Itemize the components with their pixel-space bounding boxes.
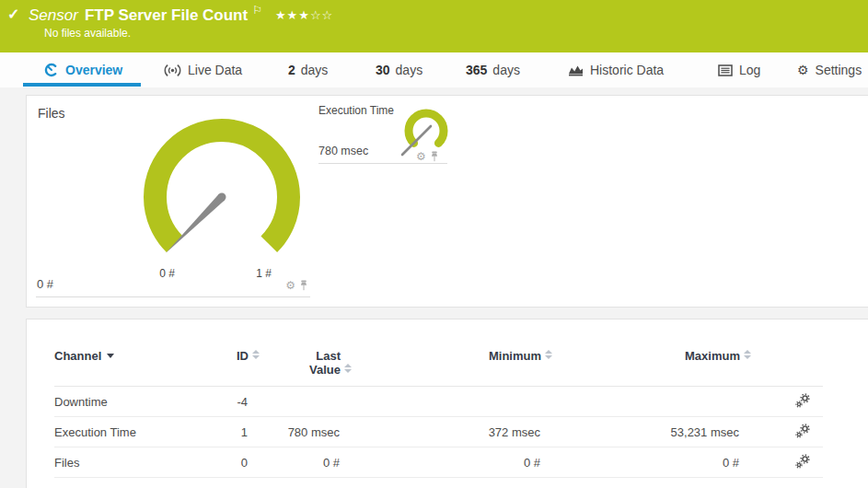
sort-icon	[545, 350, 552, 359]
column-header-id[interactable]: ID	[215, 345, 260, 387]
channel-minimum	[352, 387, 552, 417]
tab-log[interactable]: Log	[718, 52, 760, 87]
channel-last-value	[260, 387, 352, 417]
object-kind-label: Sensor	[29, 6, 78, 24]
tab-log-label: Log	[739, 63, 760, 77]
tab-historic-data[interactable]: Historic Data	[568, 52, 664, 87]
tab-2-days-number: 2	[288, 63, 295, 77]
tab-live-data[interactable]: Live Data	[164, 52, 242, 87]
channel-minimum: 372 msec	[352, 417, 552, 447]
channel-minimum: 0 #	[352, 447, 552, 478]
column-header-maximum[interactable]: Maximum	[552, 345, 751, 387]
star-empty-icons[interactable]: ☆☆	[310, 8, 333, 22]
tab-2-days-unit: days	[301, 63, 329, 77]
channel-last-value: 0 #	[260, 447, 352, 478]
column-header-id-label: ID	[237, 349, 249, 363]
status-up-check-icon: ✓	[7, 6, 19, 23]
execution-time-gauge-widget: Execution Time 780 msec ⚙	[318, 102, 447, 164]
active-tab-underline	[23, 83, 141, 87]
sort-icon	[744, 350, 751, 359]
tab-historic-data-label: Historic Data	[590, 63, 664, 77]
column-header-maximum-label: Maximum	[685, 349, 740, 363]
channel-maximum: 53,231 msec	[552, 417, 751, 447]
sort-icon	[252, 350, 260, 359]
gauges-panel: Files 0 # 1 # 0 # ⚙ Execution Time	[26, 95, 868, 308]
channel-maximum: 0 #	[552, 447, 751, 478]
tab-365-days[interactable]: 365 days	[466, 52, 520, 87]
sensor-status-header: ✓ SensorFTP Server File Count⚐★★★☆☆ No f…	[0, 0, 868, 52]
channels-table: Channel ID Last Value Minimum Maximum	[54, 345, 823, 478]
channels-panel: Channel ID Last Value Minimum Maximum	[26, 319, 868, 488]
files-gauge	[134, 117, 309, 281]
table-header-row: Channel ID Last Value Minimum Maximum	[54, 345, 823, 387]
flag-icon[interactable]: ⚐	[252, 4, 262, 17]
files-current-value: 0 #	[37, 277, 53, 291]
gear-icon: ⚙	[797, 63, 809, 77]
channel-id: 0	[215, 447, 260, 478]
sensor-status-message: No files available.	[44, 27, 131, 40]
tab-bar: Overview Live Data 2 days 30 days 365 da…	[0, 52, 868, 87]
gear-icon[interactable]: ⚙	[285, 280, 295, 291]
table-row-downtime: Downtime -4	[54, 387, 823, 417]
table-row-execution-time: Execution Time 1 780 msec 372 msec 53,23…	[54, 417, 823, 447]
column-header-minimum-label: Minimum	[489, 349, 541, 363]
pin-icon[interactable]	[299, 280, 308, 291]
tab-2-days[interactable]: 2 days	[288, 52, 328, 87]
column-header-minimum[interactable]: Minimum	[352, 345, 552, 387]
log-icon	[718, 64, 733, 76]
files-gauge-widget: Files 0 # 1 # 0 # ⚙	[36, 100, 310, 297]
page-title: FTP Server File Count	[85, 6, 248, 24]
execution-time-current-value: 780 msec	[318, 145, 368, 157]
channel-settings-gears-icon[interactable]	[795, 393, 810, 408]
channel-settings-gears-icon[interactable]	[795, 454, 810, 469]
tab-live-data-label: Live Data	[188, 63, 242, 77]
files-gauge-max-label: 1 #	[243, 267, 284, 280]
tab-30-days[interactable]: 30 days	[376, 52, 422, 87]
tab-settings-label: Settings	[816, 63, 862, 77]
gear-icon[interactable]: ⚙	[416, 151, 426, 162]
column-header-channel-label: Channel	[54, 349, 101, 363]
channel-maximum	[552, 387, 751, 417]
tab-settings[interactable]: ⚙ Settings	[797, 52, 862, 87]
column-header-last-value-label: Last Value	[298, 349, 341, 377]
live-data-icon	[164, 64, 181, 77]
historic-data-icon	[568, 64, 584, 76]
channel-id: -4	[215, 387, 260, 417]
sort-desc-icon	[107, 354, 114, 358]
tab-30-days-number: 30	[376, 63, 390, 77]
channel-settings-gears-icon[interactable]	[795, 424, 810, 438]
table-row-files: Files 0 0 # 0 # 0 #	[54, 447, 823, 478]
tab-365-days-unit: days	[492, 63, 520, 77]
column-header-actions	[751, 345, 823, 387]
channel-id: 1	[215, 417, 260, 447]
pin-icon[interactable]	[430, 151, 439, 162]
column-header-last-value[interactable]: Last Value	[260, 345, 352, 387]
channel-last-value: 780 msec	[260, 417, 352, 447]
sort-icon	[344, 364, 352, 373]
files-gauge-min-label: 0 #	[146, 267, 188, 280]
channel-name: Execution Time	[54, 417, 215, 447]
column-header-channel[interactable]: Channel	[54, 345, 215, 387]
tab-365-days-number: 365	[466, 63, 487, 77]
execution-time-gauge-title: Execution Time	[318, 104, 394, 117]
tab-overview-label: Overview	[65, 63, 122, 77]
tab-30-days-unit: days	[396, 63, 423, 77]
channel-name: Downtime	[54, 387, 215, 417]
priority-stars[interactable]: ★★★☆☆	[275, 8, 333, 22]
files-gauge-title: Files	[38, 106, 65, 121]
channel-name: Files	[54, 447, 215, 478]
gauge-icon	[44, 63, 59, 77]
star-filled-icons[interactable]: ★★★	[275, 8, 310, 22]
